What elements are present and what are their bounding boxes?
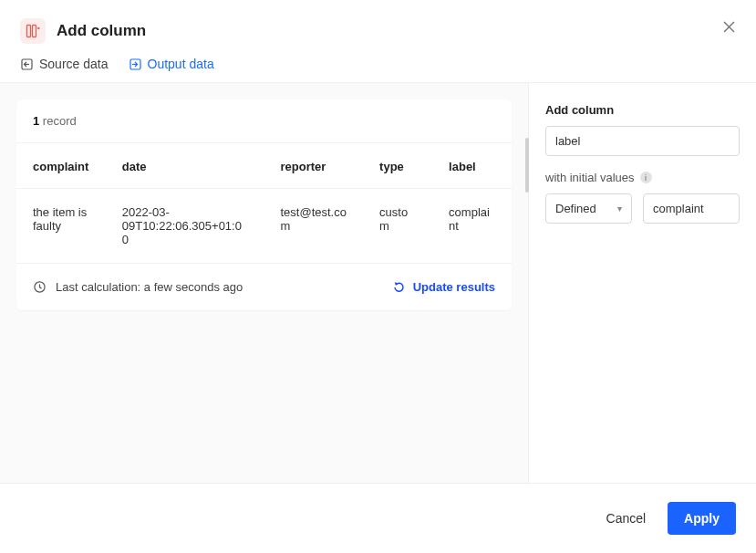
close-button[interactable]: [722, 20, 736, 37]
col-type: type: [363, 143, 432, 189]
column-name-input[interactable]: [545, 126, 740, 156]
cell-reporter: test@test.com: [264, 189, 363, 264]
output-data-icon: [129, 57, 142, 71]
tab-source-label: Source data: [39, 57, 109, 71]
tab-output-data[interactable]: Output data: [129, 57, 214, 71]
cell-date: 2022-03-09T10:22:06.305+01:00: [106, 189, 264, 264]
cell-type: custom: [363, 189, 432, 264]
scrollbar-hint[interactable]: [525, 138, 529, 193]
source-data-icon: [20, 57, 34, 71]
initial-value-input[interactable]: [643, 193, 740, 224]
initial-mode-select[interactable]: Defined ▾: [545, 193, 632, 224]
sidebar-title: Add column: [545, 103, 740, 117]
initial-values-label: with initial values: [545, 171, 635, 184]
cancel-button[interactable]: Cancel: [601, 504, 652, 533]
tab-source-data[interactable]: Source data: [20, 57, 109, 71]
refresh-icon: [392, 280, 406, 294]
col-date: date: [106, 143, 264, 189]
cell-label: complaint: [432, 189, 512, 264]
col-reporter: reporter: [264, 143, 363, 189]
svg-rect-0: [27, 26, 31, 37]
initial-mode-value: Defined: [555, 202, 596, 215]
preview-card: 1 record complaint date reporter type la…: [16, 99, 512, 310]
last-calculation-text: Last calculation: a few seconds ago: [56, 280, 243, 294]
chevron-down-icon: ▾: [617, 203, 622, 214]
apply-button[interactable]: Apply: [668, 502, 736, 535]
tab-output-label: Output data: [148, 57, 214, 71]
svg-rect-1: [33, 26, 36, 37]
table-row: the item is faulty 2022-03-09T10:22:06.3…: [16, 189, 512, 264]
add-column-app-icon: [20, 18, 46, 44]
col-label: label: [432, 143, 512, 189]
table-header-row: complaint date reporter type label: [16, 143, 512, 189]
clock-icon: [33, 280, 47, 294]
update-results-label: Update results: [413, 280, 495, 294]
modal-title: Add column: [57, 22, 146, 40]
cell-complaint: the item is faulty: [16, 189, 106, 264]
update-results-button[interactable]: Update results: [392, 280, 495, 294]
record-count: 1 record: [16, 99, 512, 143]
col-complaint: complaint: [16, 143, 106, 189]
info-icon[interactable]: i: [640, 172, 652, 183]
